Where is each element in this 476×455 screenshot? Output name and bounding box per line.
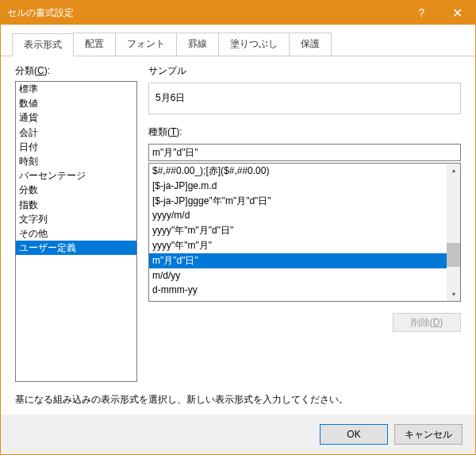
category-column: 分類(C): 標準数値通貨会計日付時刻パーセンテージ分数指数文字列その他ユーザー…: [15, 64, 137, 382]
type-item[interactable]: [$-ja-JP]ggge"年"m"月"d"日": [149, 194, 447, 209]
category-item[interactable]: パーセンテージ: [16, 168, 136, 183]
delete-button[interactable]: 削除(D): [393, 313, 461, 332]
type-item[interactable]: yyyy"年"m"月": [149, 238, 447, 253]
sample-box: 5月6日: [148, 83, 461, 114]
category-item[interactable]: 数値: [16, 96, 136, 110]
dialog-window: セルの書式設定 ? ✕ 表示形式 配置 フォント 罫線 塗りつぶし 保護 分類(…: [0, 0, 476, 455]
category-item[interactable]: ユーザー定義: [16, 241, 136, 255]
category-item[interactable]: 時刻: [16, 154, 136, 168]
tab-number[interactable]: 表示形式: [12, 33, 74, 56]
help-icon[interactable]: ?: [404, 1, 440, 25]
category-item[interactable]: 通貨: [16, 110, 136, 125]
sample-value: 5月6日: [155, 91, 454, 105]
titlebar: セルの書式設定 ? ✕: [1, 1, 475, 25]
scrollbar[interactable]: ▴ ▾: [447, 164, 460, 301]
category-label: 分類(C):: [15, 64, 137, 78]
type-label: 種類(T):: [148, 125, 461, 139]
close-icon[interactable]: ✕: [440, 1, 475, 25]
footer: OK キャンセル: [1, 415, 475, 454]
type-item[interactable]: m/d/yy: [149, 268, 447, 283]
type-item[interactable]: m"月"d"日": [149, 253, 447, 268]
tab-font[interactable]: フォント: [115, 33, 177, 56]
category-item[interactable]: 指数: [16, 198, 136, 212]
tab-alignment[interactable]: 配置: [73, 33, 116, 56]
type-item[interactable]: yyyy/m/d: [149, 208, 447, 223]
type-item[interactable]: d-mmm-yy: [149, 283, 447, 298]
tab-fill[interactable]: 塗りつぶし: [218, 33, 290, 56]
scroll-up-icon[interactable]: ▴: [447, 164, 460, 177]
scroll-thumb[interactable]: [447, 243, 460, 267]
scroll-down-icon[interactable]: ▾: [447, 287, 460, 301]
content-area: 分類(C): 標準数値通貨会計日付時刻パーセンテージ分数指数文字列その他ユーザー…: [1, 56, 475, 415]
category-item[interactable]: 日付: [16, 140, 136, 154]
cancel-button[interactable]: キャンセル: [394, 424, 463, 445]
type-list-wrap: $#,##0.00_);[赤]($#,##0.00)[$-ja-JP]ge.m.…: [148, 163, 461, 302]
type-item[interactable]: yyyy"年"m"月"d"日": [149, 223, 447, 238]
category-item[interactable]: その他: [16, 226, 136, 241]
category-item[interactable]: 標準: [16, 82, 136, 96]
main-row: 分類(C): 標準数値通貨会計日付時刻パーセンテージ分数指数文字列その他ユーザー…: [15, 64, 461, 382]
hint-text: 基になる組み込みの表示形式を選択し、新しい表示形式を入力してください。: [15, 393, 461, 407]
ok-button[interactable]: OK: [320, 424, 388, 445]
category-item[interactable]: 分数: [16, 183, 136, 197]
type-input[interactable]: [148, 144, 461, 161]
category-item[interactable]: 文字列: [16, 212, 136, 226]
type-listbox[interactable]: $#,##0.00_);[赤]($#,##0.00)[$-ja-JP]ge.m.…: [149, 164, 447, 301]
category-listbox[interactable]: 標準数値通貨会計日付時刻パーセンテージ分数指数文字列その他ユーザー定義: [15, 81, 137, 382]
sample-label: サンプル: [148, 64, 461, 78]
category-item[interactable]: 会計: [16, 125, 136, 140]
type-item[interactable]: $#,##0.00_);[赤]($#,##0.00): [149, 164, 447, 179]
type-item[interactable]: [$-ja-JP]ge.m.d: [149, 179, 447, 194]
delete-row: 削除(D): [148, 313, 461, 332]
type-item[interactable]: d-mmm: [149, 298, 447, 301]
scroll-track[interactable]: [447, 177, 460, 287]
window-title: セルの書式設定: [7, 6, 404, 20]
tabstrip: 表示形式 配置 フォント 罫線 塗りつぶし 保護: [1, 25, 475, 56]
tab-border[interactable]: 罫線: [176, 33, 219, 56]
tab-protection[interactable]: 保護: [289, 33, 332, 56]
details-column: サンプル 5月6日 種類(T): $#,##0.00_);[赤]($#,##0.…: [148, 64, 461, 382]
